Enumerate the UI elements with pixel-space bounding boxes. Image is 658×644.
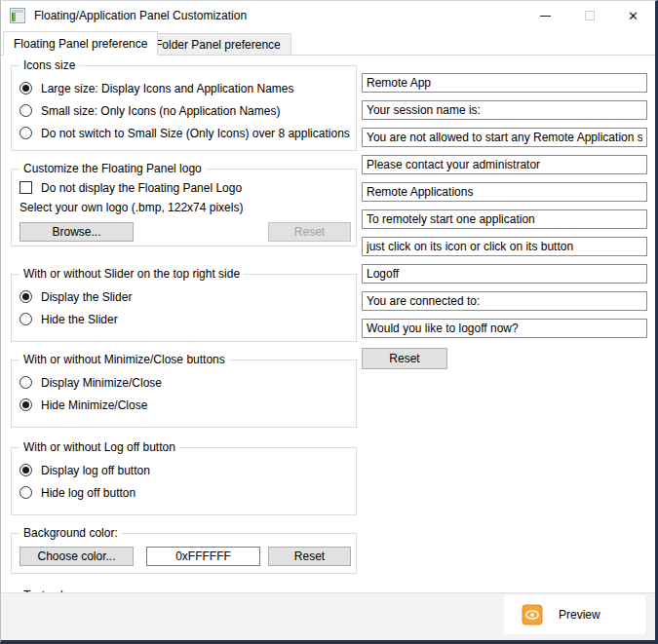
preview-label: Preview (559, 608, 600, 622)
radio-icon (19, 313, 32, 325)
group-title: With or without Slider on the top right … (19, 267, 244, 281)
radio-large-size[interactable]: Large size: Display Icons and Applicatio… (19, 77, 348, 99)
dialog-window: Floating/Application Panel Customization… (0, 0, 658, 644)
radio-label: Do not switch to Small Size (Only Icons)… (41, 127, 350, 140)
tab-content: Icons size Large size: Display Icons and… (1, 56, 655, 590)
message-field-10[interactable] (362, 319, 647, 338)
minimize-button[interactable] (523, 1, 567, 30)
maximize-button[interactable] (567, 1, 611, 30)
tab-label: Floating Panel preference (14, 37, 147, 51)
preview-eye-icon (522, 604, 543, 625)
message-field-6[interactable] (362, 209, 647, 229)
footer-bar: Preview (1, 592, 655, 640)
messages-column: Reset (362, 73, 647, 369)
message-field-7[interactable] (362, 237, 647, 256)
group-minimize-close: With or without Minimize/Close buttons D… (11, 360, 357, 428)
settings-column: Icons size Large size: Display Icons and… (11, 65, 357, 636)
background-color-row: Choose color... 0xFFFFFF Reset (19, 547, 348, 566)
radio-label: Display the Slider (41, 290, 132, 304)
radio-icon (19, 464, 32, 476)
radio-hide-logoff[interactable]: Hide log off button (19, 481, 348, 504)
checkbox-icon (19, 181, 32, 194)
radio-label: Hide the Slider (41, 313, 118, 326)
radio-label: Hide log off button (41, 486, 135, 500)
minimize-icon (540, 16, 551, 17)
logo-hint: Select your own logo (.bmp, 122x74 pixel… (19, 199, 348, 217)
radio-icon (19, 376, 32, 389)
message-field-3[interactable] (362, 128, 647, 147)
maximize-icon (585, 11, 595, 20)
background-color-value: 0xFFFFFF (146, 547, 260, 566)
tab-floating-panel-preference[interactable]: Floating Panel preference (3, 31, 158, 56)
window-title: Floating/Application Panel Customization (34, 9, 247, 22)
message-field-9[interactable] (362, 291, 647, 311)
radio-icon (19, 82, 32, 95)
tab-label: Folder Panel preference (155, 38, 281, 52)
group-title: With or without Log off button (19, 440, 179, 454)
radio-icon (19, 104, 32, 117)
radio-icon (19, 290, 32, 303)
radio-hide-slider[interactable]: Hide the Slider (19, 308, 348, 330)
group-panel-logo: Customize the Floating Panel logo Do not… (11, 169, 357, 246)
radio-label: Large size: Display Icons and Applicatio… (41, 82, 293, 95)
tab-strip: Floating Panel preference Folder Panel p… (1, 31, 655, 56)
message-field-1[interactable] (362, 73, 647, 93)
logo-buttons: Browse... Reset (19, 222, 348, 242)
message-field-5[interactable] (362, 182, 647, 202)
radio-icon (19, 398, 32, 411)
radio-icon (19, 486, 32, 499)
logo-reset-button[interactable]: Reset (268, 222, 351, 242)
radio-icon (19, 127, 32, 139)
browse-button[interactable]: Browse... (19, 222, 134, 242)
group-title: With or without Minimize/Close buttons (19, 353, 229, 366)
group-icons-size: Icons size Large size: Display Icons and… (11, 65, 357, 151)
radio-hide-minclose[interactable]: Hide Minimize/Close (19, 394, 348, 416)
radio-display-minclose[interactable]: Display Minimize/Close (19, 371, 348, 394)
group-title: Background color: (19, 526, 122, 540)
caption-buttons: ✕ (523, 1, 655, 30)
radio-small-size[interactable]: Small size: Only Icons (no Application N… (19, 99, 348, 122)
group-background-color: Background color: Choose color... 0xFFFF… (11, 533, 357, 574)
group-title: Customize the Floating Panel logo (19, 162, 206, 175)
checkbox-hide-logo[interactable]: Do not display the Floating Panel Logo (19, 176, 348, 199)
message-field-2[interactable] (362, 100, 647, 120)
close-button[interactable]: ✕ (611, 1, 655, 30)
checkbox-label: Do not display the Floating Panel Logo (41, 181, 242, 195)
messages-reset-button[interactable]: Reset (362, 348, 447, 369)
message-field-4[interactable] (362, 155, 647, 174)
radio-label: Display log off button (41, 464, 150, 477)
radio-label: Display Minimize/Close (41, 376, 162, 390)
background-reset-button[interactable]: Reset (268, 547, 351, 566)
group-title: Icons size (19, 58, 79, 72)
message-field-8[interactable] (362, 264, 647, 284)
group-logoff-button: With or without Log off button Display l… (11, 447, 357, 515)
radio-no-switch-small[interactable]: Do not switch to Small Size (Only Icons)… (19, 122, 348, 144)
app-icon (10, 8, 25, 23)
radio-display-slider[interactable]: Display the Slider (19, 285, 348, 308)
preview-button[interactable]: Preview (504, 595, 645, 634)
group-slider: With or without Slider on the top right … (11, 274, 357, 342)
close-icon: ✕ (628, 10, 639, 22)
radio-label: Small size: Only Icons (no Application N… (41, 104, 280, 118)
tab-folder-panel-preference[interactable]: Folder Panel preference (144, 33, 291, 56)
title-bar: Floating/Application Panel Customization… (1, 1, 655, 30)
radio-label: Hide Minimize/Close (41, 398, 147, 412)
background-choose-color-button[interactable]: Choose color... (19, 547, 134, 566)
radio-display-logoff[interactable]: Display log off button (19, 459, 348, 481)
